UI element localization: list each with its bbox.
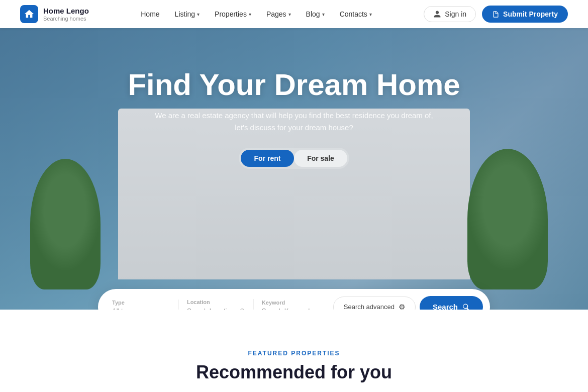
hero-section: Find Your Dream Home We are a real estat… [0, 28, 588, 310]
search-advanced-button[interactable]: Search advanced ⚙ [333, 297, 416, 310]
type-input[interactable] [112, 307, 164, 310]
location-field: Location ⊕ [179, 299, 254, 310]
document-icon [492, 11, 500, 18]
hero-tree-left [30, 159, 101, 289]
chevron-down-icon: ▾ [167, 308, 170, 310]
hero-subtitle: We are a real estate agency that will he… [128, 110, 460, 134]
chevron-down-icon: ▾ [288, 12, 291, 17]
house-icon [24, 9, 35, 20]
chevron-down-icon: ▾ [369, 12, 372, 17]
type-label: Type [112, 300, 170, 306]
nav-item-properties[interactable]: Properties ▾ [215, 10, 251, 18]
hero-title: Find Your Dream Home [128, 68, 460, 102]
navbar: Home Lengo Searching homes Home Listing … [0, 0, 588, 28]
nav-item-listing[interactable]: Listing ▾ [175, 10, 200, 18]
chevron-down-icon: ▾ [322, 12, 325, 17]
nav-item-blog[interactable]: Blog ▾ [306, 10, 325, 18]
keyword-input[interactable] [262, 307, 320, 310]
for-rent-button[interactable]: For rent [241, 150, 294, 167]
brand-tagline: Searching homes [43, 16, 89, 22]
signin-button[interactable]: Sign in [424, 6, 476, 22]
location-label: Location [187, 299, 245, 305]
featured-label: FEATURED PROPERTIES [20, 350, 568, 357]
nav-item-pages[interactable]: Pages ▾ [266, 10, 291, 18]
brand-name: Home Lengo [43, 7, 89, 16]
keyword-label: Keyword [262, 300, 320, 306]
hero-content: Find Your Dream Home We are a real estat… [128, 68, 460, 169]
submit-property-button[interactable]: Submit Property [482, 6, 568, 23]
for-sale-button[interactable]: For sale [294, 150, 347, 167]
logo[interactable]: Home Lengo Searching homes [20, 5, 89, 23]
nav-item-contacts[interactable]: Contacts ▾ [340, 10, 372, 18]
location-icon: ⊕ [239, 307, 245, 310]
search-icon [462, 303, 470, 310]
sliders-icon: ⚙ [399, 303, 405, 310]
featured-title: Recommended for you [20, 362, 568, 383]
keyword-field: Keyword [254, 300, 328, 310]
featured-section: FEATURED PROPERTIES Recommended for you … [0, 310, 588, 392]
chevron-down-icon: ▾ [197, 12, 200, 17]
nav-links: Home Listing ▾ Properties ▾ Pages ▾ Blog [141, 10, 372, 18]
user-icon [433, 10, 441, 18]
search-box: Type ▾ Location ⊕ Keyword Search advance… [98, 289, 490, 310]
hero-tree-right [467, 149, 548, 289]
nav-actions: Sign in Submit Property [424, 6, 568, 23]
location-input[interactable] [187, 307, 236, 310]
type-field: Type ▾ [112, 300, 179, 310]
nav-item-home[interactable]: Home [141, 10, 159, 18]
search-button[interactable]: Search [420, 296, 483, 310]
rent-sale-toggle: For rent For sale [239, 148, 349, 169]
logo-icon [20, 5, 38, 23]
chevron-down-icon: ▾ [249, 12, 251, 17]
